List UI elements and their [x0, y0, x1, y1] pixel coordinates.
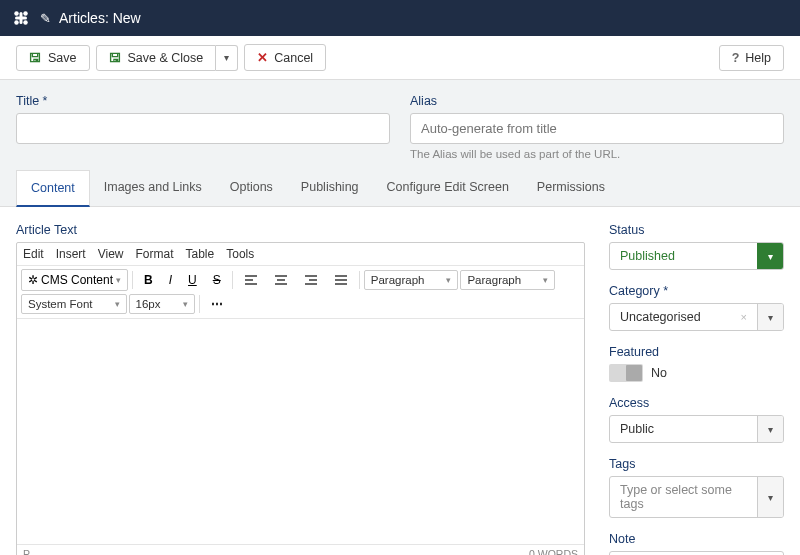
- underline-button[interactable]: U: [181, 269, 204, 291]
- clear-icon[interactable]: ×: [741, 311, 747, 323]
- menu-format[interactable]: Format: [136, 247, 174, 261]
- tags-select[interactable]: Type or select some tags ▾: [609, 476, 784, 518]
- status-value: Published: [610, 243, 757, 269]
- cancel-button[interactable]: ✕ Cancel: [244, 44, 326, 71]
- help-label: Help: [745, 51, 771, 65]
- close-icon: ✕: [257, 50, 268, 65]
- featured-value: No: [651, 366, 667, 380]
- block-format-2-value: Paragraph: [467, 274, 521, 286]
- menu-insert[interactable]: Insert: [56, 247, 86, 261]
- save-close-label: Save & Close: [128, 51, 204, 65]
- alias-help-text: The Alias will be used as part of the UR…: [410, 148, 784, 160]
- menu-edit[interactable]: Edit: [23, 247, 44, 261]
- align-left-button[interactable]: [237, 269, 265, 291]
- alias-label: Alias: [410, 94, 784, 108]
- toggle-thumb: [626, 365, 642, 381]
- editor-toolbar: ✲ CMS Content ▾ B I U S: [17, 266, 584, 319]
- editor-textarea[interactable]: [17, 319, 584, 544]
- app-header: ✎ Articles: New: [0, 0, 800, 36]
- align-justify-button[interactable]: [327, 269, 355, 291]
- save-close-button[interactable]: 🖫 Save & Close: [96, 45, 217, 71]
- ellipsis-icon: ⋯: [211, 297, 224, 311]
- chevron-down-icon: ▾: [183, 299, 188, 309]
- page-title: Articles: New: [59, 10, 141, 26]
- help-button[interactable]: ? Help: [719, 45, 784, 71]
- font-size-select[interactable]: 16px ▾: [129, 294, 195, 314]
- access-label: Access: [609, 396, 784, 410]
- article-text-label: Article Text: [16, 223, 585, 237]
- tab-configure-edit[interactable]: Configure Edit Screen: [373, 170, 523, 206]
- category-select[interactable]: Uncategorised × ▾: [609, 303, 784, 331]
- joomla-small-icon: ✲: [28, 273, 38, 287]
- strikethrough-button[interactable]: S: [206, 269, 228, 291]
- access-select[interactable]: Public ▾: [609, 415, 784, 443]
- title-alias-row: Title * Alias The Alias will be used as …: [0, 80, 800, 170]
- category-label: Category *: [609, 284, 784, 298]
- align-center-button[interactable]: [267, 269, 295, 291]
- featured-label: Featured: [609, 345, 784, 359]
- note-input[interactable]: [609, 551, 784, 555]
- access-value: Public: [610, 416, 757, 442]
- save-close-caret[interactable]: ▾: [216, 45, 238, 71]
- tags-label: Tags: [609, 457, 784, 471]
- tab-publishing[interactable]: Publishing: [287, 170, 373, 206]
- align-right-button[interactable]: [297, 269, 325, 291]
- action-toolbar: 🖫 Save 🖫 Save & Close ▾ ✕ Cancel ? Help: [0, 36, 800, 80]
- chevron-down-icon: ▾: [116, 275, 121, 285]
- editor-container: Edit Insert View Format Table Tools ✲ CM…: [16, 242, 585, 555]
- editor-menubar: Edit Insert View Format Table Tools: [17, 243, 584, 266]
- save-label: Save: [48, 51, 77, 65]
- align-left-icon: [244, 274, 258, 286]
- save-close-group: 🖫 Save & Close ▾: [96, 45, 239, 71]
- font-family-select[interactable]: System Font ▾: [21, 294, 127, 314]
- editor-path: P: [23, 548, 30, 555]
- chevron-down-icon: ▾: [115, 299, 120, 309]
- tab-permissions[interactable]: Permissions: [523, 170, 619, 206]
- block-format-select-2[interactable]: Paragraph ▾: [460, 270, 555, 290]
- menu-tools[interactable]: Tools: [226, 247, 254, 261]
- title-label: Title *: [16, 94, 390, 108]
- more-toolbar-button[interactable]: ⋯: [204, 293, 231, 315]
- tab-bar: Content Images and Links Options Publish…: [0, 170, 800, 207]
- cms-content-label: CMS Content: [41, 273, 113, 287]
- svg-point-0: [14, 11, 19, 16]
- block-format-select-1[interactable]: Paragraph ▾: [364, 270, 459, 290]
- font-size-value: 16px: [136, 298, 161, 310]
- bold-button[interactable]: B: [137, 269, 160, 291]
- editor-statusbar: P 0 WORDS: [17, 544, 584, 555]
- cms-content-button[interactable]: ✲ CMS Content ▾: [21, 269, 128, 291]
- chevron-down-icon: ▾: [543, 275, 548, 285]
- title-input[interactable]: [16, 113, 390, 144]
- tab-options[interactable]: Options: [216, 170, 287, 206]
- save-button[interactable]: 🖫 Save: [16, 45, 90, 71]
- status-select[interactable]: Published ▾: [609, 242, 784, 270]
- category-value: Uncategorised: [620, 310, 701, 324]
- block-format-1-value: Paragraph: [371, 274, 425, 286]
- align-right-icon: [304, 274, 318, 286]
- content-pane: Article Text Edit Insert View Format Tab…: [0, 207, 800, 555]
- status-label: Status: [609, 223, 784, 237]
- featured-toggle[interactable]: [609, 364, 643, 382]
- menu-view[interactable]: View: [98, 247, 124, 261]
- save-icon: 🖫: [29, 51, 42, 65]
- tab-content[interactable]: Content: [16, 170, 90, 207]
- svg-point-2: [14, 20, 19, 25]
- help-icon: ?: [732, 51, 740, 65]
- menu-table[interactable]: Table: [186, 247, 215, 261]
- align-justify-icon: [334, 274, 348, 286]
- pencil-icon: ✎: [40, 11, 51, 26]
- chevron-down-icon: ▾: [757, 416, 783, 442]
- editor-word-count: 0 WORDS: [529, 548, 578, 555]
- tab-images-links[interactable]: Images and Links: [90, 170, 216, 206]
- svg-point-1: [23, 11, 28, 16]
- svg-rect-5: [15, 17, 27, 20]
- alias-input[interactable]: [410, 113, 784, 144]
- align-center-icon: [274, 274, 288, 286]
- chevron-down-icon: ▾: [757, 304, 783, 330]
- cancel-label: Cancel: [274, 51, 313, 65]
- italic-button[interactable]: I: [162, 269, 179, 291]
- svg-point-3: [23, 20, 28, 25]
- joomla-logo-icon: [10, 7, 32, 29]
- save-icon: 🖫: [109, 51, 122, 65]
- font-family-value: System Font: [28, 298, 93, 310]
